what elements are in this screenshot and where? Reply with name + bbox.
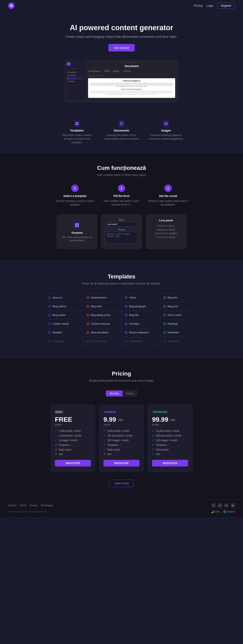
template-content-rewrite-icon <box>48 322 51 325</box>
get-started-button[interactable]: Get started <box>108 44 135 52</box>
demo-cards: Template One of the many templates we ha… <box>4 214 239 249</box>
footer-link-contact[interactable]: Contact <box>8 504 16 507</box>
template-article[interactable]: Article <box>121 294 160 302</box>
template-content-rewrite[interactable]: Content rewrite <box>45 320 83 328</box>
mockup-meta-name: Name Artificial intelligence ● <box>88 69 100 73</box>
features-section: Templates Streamline content creation th… <box>0 112 243 152</box>
toggle-yearly[interactable]: Yearly <box>123 390 137 396</box>
how-subtitle: Your content ready, in three easy steps. <box>4 173 239 176</box>
social-twitter-icon[interactable]: t <box>218 503 222 508</box>
pricing-card-enterprise: ENTERPRISE 99.99 USD month ✓ 10,000 word… <box>148 405 192 472</box>
template-meta-description[interactable]: Meta description <box>83 328 122 337</box>
toolbar-btn-italic[interactable] <box>91 75 93 76</box>
template-paragraph[interactable]: Paragraph <box>45 337 83 346</box>
nav-link-login[interactable]: Login <box>207 4 214 7</box>
toolbar-btn-align[interactable] <box>96 75 98 76</box>
mockup-sidebar-documents[interactable]: Documents <box>67 77 84 80</box>
demo-form-prompt-textarea[interactable]: Write a short poem about love. <box>105 232 138 244</box>
toolbar-btn-link[interactable] <box>101 75 103 76</box>
template-freestyle[interactable]: Freestyle <box>121 320 160 328</box>
toggle-monthly[interactable]: Monthly <box>106 390 123 396</box>
template-mission-statement[interactable]: Mission statement <box>121 328 160 337</box>
hero-title: AI powered content generator <box>4 24 239 32</box>
pricing-feature-enterprise-images: ✓ 100 images / month <box>152 439 188 442</box>
feature-documents: Documents Leverage the power of AI to cr… <box>103 120 140 144</box>
demo-form-name-label: Name <box>105 219 138 221</box>
pricing-card-free: FREE FREE month ✓ 1,000 words / month ✓ … <box>51 405 95 472</box>
template-subheadline[interactable]: Subheadline <box>121 337 160 346</box>
language-toggle[interactable]: 🌐 English <box>223 510 235 513</box>
template-blog-intro[interactable]: Blog intro <box>160 294 199 302</box>
logo-icon[interactable] <box>8 2 14 9</box>
template-blog-outlines[interactable]: Blog outlines <box>45 302 83 311</box>
social-youtube-icon[interactable]: ▶ <box>231 503 235 508</box>
template-blog-title[interactable]: Blog title <box>121 311 160 320</box>
template-blog-talking-points[interactable]: Blog talking points <box>83 311 122 320</box>
template-blog-talking-points-label: Blog talking points <box>91 314 111 316</box>
template-meta-description-label: Meta description <box>91 331 109 334</box>
template-blog-outro-label: Blog outro <box>91 305 102 308</box>
pricing-feature-free-words-label: 1,000 words / month <box>59 430 81 432</box>
svg-rect-10 <box>75 223 77 225</box>
mockup-sidebar-images[interactable]: Images <box>67 80 84 83</box>
step-3-desc: Receive a high quality result ready to b… <box>148 199 188 206</box>
pricing-feature-business-images-label: 250 images / month <box>107 439 129 442</box>
pricing-register-enterprise[interactable]: REGISTER <box>152 460 188 466</box>
pricing-feature-business-docs-label: 100 documents / month <box>107 434 133 437</box>
template-blog-paragraph[interactable]: Blog paragraph <box>121 302 160 311</box>
template-blog-title-icon <box>125 314 128 316</box>
images-feature-icon <box>163 120 169 127</box>
template-press-release[interactable]: Press release <box>83 337 122 346</box>
footer-link-terms[interactable]: Terms <box>20 504 26 507</box>
toolbar-btn-underline[interactable] <box>93 75 95 76</box>
template-newsletter[interactable]: Newsletter <box>160 328 199 337</box>
pricing-feature-business-words-label: 5,000 words / month <box>107 430 129 432</box>
template-about-us-label: About us <box>52 296 62 299</box>
template-subheadline-icon <box>125 340 128 343</box>
template-content-summary[interactable]: Content summary <box>83 320 122 328</box>
template-blog-outro[interactable]: Blog outro <box>83 302 122 311</box>
pricing-register-free[interactable]: REGISTER <box>55 460 91 466</box>
template-press-release-label: Press release <box>91 340 106 343</box>
mockup-main: Home > Documents > Document Document Nam… <box>85 60 178 100</box>
hero-section: AI powered content generator Create uniq… <box>0 11 243 112</box>
social-facebook-icon[interactable]: f <box>212 503 216 508</box>
pricing-amount-business: 9.99 <box>103 416 116 423</box>
nav-link-pricing[interactable]: Pricing <box>194 4 203 7</box>
template-about-us[interactable]: About us <box>45 294 83 302</box>
template-blog-intro-label: Blog intro <box>168 296 178 299</box>
template-blog-post[interactable]: Blog post <box>160 302 199 311</box>
nav-register-button[interactable]: Register <box>218 3 235 9</box>
footer-link-developers[interactable]: Developers <box>41 504 53 507</box>
check-icon-enterprise-templates: ✓ <box>152 444 154 446</box>
toolbar-btn-bold[interactable] <box>88 75 90 76</box>
steps-grid: 1 Select a template Start by choosing a … <box>4 184 239 206</box>
template-testimonial[interactable]: Testimonial <box>160 337 199 346</box>
theme-toggle[interactable]: 🌙 Dark <box>211 510 220 513</box>
learn-more-button[interactable]: Learn more <box>109 480 134 487</box>
mockup-breadcrumb: Home > Documents > Document <box>88 62 175 63</box>
social-instagram-icon[interactable]: in <box>224 503 229 508</box>
footer-link-privacy[interactable]: Privacy <box>29 504 37 507</box>
pricing-register-business[interactable]: REGISTER <box>103 460 140 466</box>
template-newsletter-label: Newsletter <box>168 331 179 334</box>
pricing-feature-business-api-label: API <box>107 453 111 456</box>
pricing-feature-free-api-label: API <box>59 453 63 456</box>
demo-form-name-input[interactable] <box>105 222 138 226</box>
template-headline[interactable]: Headline <box>45 328 83 337</box>
svg-rect-12 <box>75 225 77 227</box>
check-icon-enterprise-images: ✓ <box>152 439 154 442</box>
mockup-sidebar-templates[interactable]: Templates <box>67 74 84 76</box>
pricing-feature-enterprise-words-label: 10,000 words / month <box>156 430 179 432</box>
mockup-sidebar-dashboard[interactable]: Dashboard <box>67 71 84 74</box>
template-blog-section[interactable]: Blog section <box>45 311 83 320</box>
toolbar-btn-list[interactable] <box>99 75 101 76</box>
template-headline-icon <box>48 331 51 334</box>
pricing-feature-business-api: ✕ API <box>103 453 140 456</box>
pricing-amount-enterprise: 99.99 <box>152 416 168 423</box>
feature-templates: Templates Streamline content creation th… <box>59 120 95 144</box>
template-advertisement[interactable]: Advertisement <box>83 294 122 302</box>
check-icon-business-docs: ✓ <box>103 434 106 437</box>
template-hashtags[interactable]: Hashtags <box>160 320 199 328</box>
template-call-to-action[interactable]: Call to action <box>160 311 199 320</box>
